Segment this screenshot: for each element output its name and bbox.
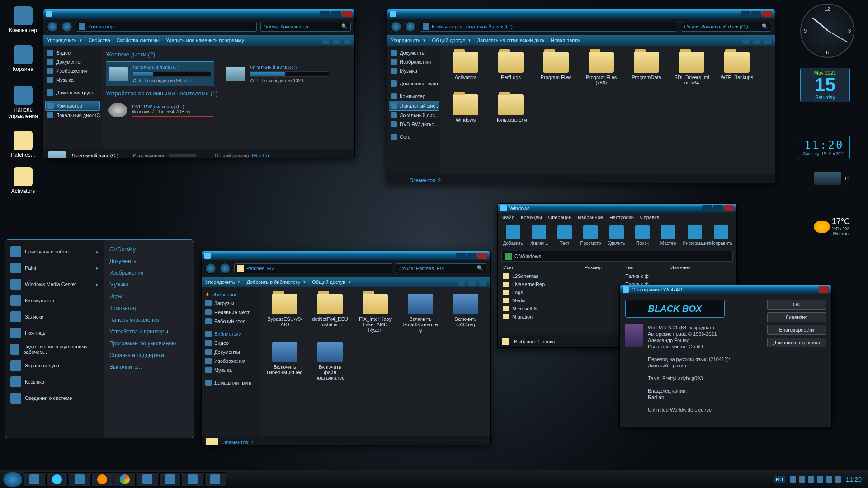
taskbar-item[interactable] bbox=[137, 472, 158, 487]
start-menu-item[interactable]: Калькулятор bbox=[9, 292, 100, 309]
up-icon[interactable] bbox=[505, 253, 512, 260]
start-menu-place[interactable]: Музыка bbox=[108, 279, 190, 291]
language-indicator[interactable]: RU bbox=[774, 476, 785, 483]
about-button[interactable]: Благодарности bbox=[767, 325, 826, 335]
properties-button[interactable]: Свойства bbox=[88, 38, 110, 43]
help-button[interactable] bbox=[344, 37, 351, 44]
folder-item[interactable]: Activators bbox=[445, 49, 486, 88]
winrar-tool-button[interactable]: Поиск bbox=[631, 225, 654, 246]
uninstall-button[interactable]: Удалить или изменить программу bbox=[166, 38, 244, 43]
start-menu-place[interactable]: Панель управления bbox=[108, 314, 190, 326]
about-button[interactable]: OK bbox=[767, 300, 826, 310]
weather-gadget[interactable]: 17°C23° / 13°Москва bbox=[814, 217, 850, 236]
sidebar-item[interactable]: Недавние мест bbox=[203, 308, 258, 317]
folder-item[interactable]: Включить UAC.reg bbox=[445, 291, 486, 335]
winrar-tool-button[interactable]: Мастер bbox=[657, 225, 680, 246]
winrar-tool-button[interactable]: Удалить bbox=[605, 225, 628, 246]
tray-icon[interactable] bbox=[817, 476, 823, 483]
taskbar-item[interactable] bbox=[204, 472, 226, 487]
sidebar-drive[interactable]: DVD RW диско... bbox=[389, 120, 439, 129]
back-button[interactable] bbox=[205, 263, 216, 274]
menu-item[interactable]: Файл bbox=[502, 215, 514, 220]
start-button[interactable] bbox=[3, 472, 23, 487]
menu-item[interactable]: Избранное bbox=[578, 215, 603, 220]
sidebar-item[interactable]: Документы bbox=[45, 57, 100, 66]
sidebar-network[interactable]: Сеть bbox=[389, 132, 439, 141]
max-button[interactable] bbox=[331, 11, 341, 17]
search-input[interactable]: Поиск: Patches_FIX🔍 bbox=[396, 263, 486, 273]
start-menu-item[interactable]: Paint▸ bbox=[9, 260, 100, 276]
start-menu-item[interactable]: Косынка bbox=[9, 374, 100, 390]
drive-d[interactable]: Локальный диск (D:)72,7 ГБ свободно из 1… bbox=[223, 61, 332, 86]
desktop-icon-computer[interactable]: Компьютер bbox=[7, 6, 39, 33]
min-button[interactable] bbox=[456, 253, 466, 259]
winrar-tool-button[interactable]: Извлеч... bbox=[527, 225, 550, 246]
start-menu-item[interactable]: Windows Media Center▸ bbox=[9, 276, 100, 292]
start-menu-place[interactable]: Выполнить... bbox=[108, 361, 190, 373]
sidebar-homegroup[interactable]: Домашняя групп bbox=[45, 88, 100, 97]
max-button[interactable] bbox=[713, 205, 723, 211]
titlebar[interactable] bbox=[202, 251, 490, 260]
folder-item[interactable]: SDI_Drivers_mini_x64 bbox=[671, 49, 712, 88]
winrar-tool-button[interactable]: Тест bbox=[553, 225, 576, 246]
start-menu-item[interactable]: Подключение к удаленному рабочем... bbox=[9, 341, 100, 357]
folder-item[interactable]: PerfLogs bbox=[490, 49, 532, 88]
close-button[interactable] bbox=[819, 286, 829, 293]
preview-button[interactable] bbox=[468, 278, 476, 286]
sidebar-computer[interactable]: Компьютер bbox=[389, 92, 439, 101]
start-menu-place[interactable]: OVGorskiy bbox=[108, 244, 190, 255]
forward-button[interactable] bbox=[61, 21, 72, 32]
titlebar[interactable]: О программе WinRAR bbox=[620, 285, 831, 294]
sidebar-item[interactable]: Видео bbox=[45, 48, 100, 57]
folder-item[interactable]: Пользователи bbox=[490, 92, 532, 125]
view-button[interactable] bbox=[322, 37, 329, 44]
sidebar-item[interactable]: Музыка bbox=[203, 366, 258, 375]
organize-menu[interactable]: Упорядочить bbox=[205, 279, 240, 285]
organize-menu[interactable]: Упорядочить bbox=[391, 38, 425, 43]
desktop-icon-control-panel[interactable]: Панель управления bbox=[7, 86, 39, 119]
drive-c[interactable]: Локальный диск (C:)73,9 ГБ свободно из 9… bbox=[106, 61, 214, 86]
max-button[interactable] bbox=[751, 11, 761, 17]
start-menu-item[interactable]: Экранная лупа bbox=[9, 357, 100, 374]
sidebar-drive[interactable]: Локальный диск (C... bbox=[45, 111, 100, 120]
titlebar[interactable] bbox=[43, 9, 354, 19]
digital-clock-gadget[interactable]: 11:20Samstag, 15. Mai 2021 bbox=[798, 136, 850, 159]
library-menu[interactable]: Добавить в библиотеку bbox=[246, 279, 306, 285]
start-menu-item[interactable]: Записки bbox=[9, 309, 100, 325]
start-menu-place[interactable]: Игры bbox=[108, 291, 190, 302]
tray-icon[interactable] bbox=[808, 476, 814, 483]
share-menu[interactable]: Общий доступ bbox=[312, 279, 351, 285]
folder-item[interactable]: Включить Гибернация.reg bbox=[264, 339, 306, 383]
start-menu-place[interactable]: Изображения bbox=[108, 267, 190, 279]
about-button[interactable]: Лицензия bbox=[767, 312, 826, 322]
preview-button[interactable] bbox=[753, 37, 760, 44]
menu-item[interactable]: Справка bbox=[640, 215, 660, 220]
dvd-drive[interactable]: DVD RW дисковод (E:)Windows 7 Ultim x64 … bbox=[106, 100, 351, 120]
sidebar-computer[interactable]: Компьютер bbox=[45, 101, 100, 111]
folder-item[interactable]: Включить файл подкачки.reg bbox=[309, 339, 351, 383]
tray-clock[interactable]: 11:20 bbox=[846, 476, 862, 483]
start-menu-place[interactable]: Справка и поддержка bbox=[108, 349, 190, 361]
sidebar-item[interactable]: Документы bbox=[203, 347, 258, 357]
list-row[interactable]: L2SchemasПапка с ф bbox=[501, 272, 733, 280]
menu-item[interactable]: Настройки bbox=[609, 215, 634, 220]
winrar-tool-button[interactable]: Просмотр bbox=[579, 225, 602, 246]
list-header[interactable]: ИмяРазмерТипИзменён bbox=[501, 263, 733, 272]
taskbar-item[interactable] bbox=[114, 472, 136, 487]
start-menu-place[interactable]: Компьютер bbox=[108, 302, 190, 314]
help-button[interactable] bbox=[479, 278, 486, 286]
min-button[interactable] bbox=[702, 205, 712, 211]
tray-icon[interactable] bbox=[790, 476, 796, 483]
desktop-icon-recycle[interactable]: Корзина bbox=[7, 45, 39, 72]
winrar-tool-button[interactable]: Информация bbox=[683, 225, 707, 246]
folder-item[interactable]: dotNetFx4_ESU_Installer_r bbox=[309, 291, 351, 335]
min-button[interactable] bbox=[320, 11, 330, 17]
titlebar[interactable] bbox=[387, 9, 775, 19]
sidebar-item[interactable]: Изображения bbox=[203, 357, 258, 366]
drive-gadget[interactable]: C: bbox=[814, 172, 850, 185]
start-menu-item[interactable]: Приступая к работе▸ bbox=[9, 244, 100, 260]
start-menu-item[interactable]: Сведения о системе bbox=[9, 390, 100, 406]
tray-icon[interactable] bbox=[826, 476, 832, 483]
taskbar-item[interactable] bbox=[46, 472, 68, 487]
start-menu-place[interactable]: Документы bbox=[108, 255, 190, 267]
